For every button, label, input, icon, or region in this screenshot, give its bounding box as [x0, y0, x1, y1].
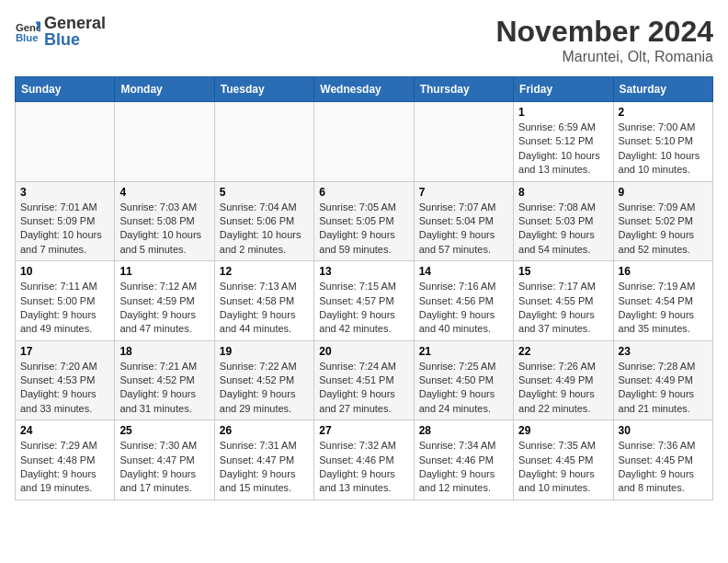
calendar-cell: 3Sunrise: 7:01 AMSunset: 5:09 PMDaylight…: [16, 181, 115, 261]
day-info: Sunrise: 7:09 AMSunset: 5:02 PMDaylight:…: [619, 201, 708, 258]
day-number: 17: [20, 345, 109, 358]
logo-blue-text: Blue: [44, 31, 106, 48]
day-number: 1: [518, 106, 608, 119]
calendar-week-5: 24Sunrise: 7:29 AMSunset: 4:48 PMDayligh…: [16, 420, 713, 500]
page-header: General Blue General Blue November 2024 …: [15, 15, 713, 65]
calendar-cell: 16Sunrise: 7:19 AMSunset: 4:54 PMDayligh…: [613, 261, 712, 341]
day-number: 5: [220, 186, 309, 199]
weekday-header-monday: Monday: [115, 77, 214, 102]
logo: General Blue General Blue: [15, 15, 106, 48]
day-info: Sunrise: 7:29 AMSunset: 4:48 PMDaylight:…: [20, 439, 109, 496]
day-info: Sunrise: 7:36 AMSunset: 4:45 PMDaylight:…: [619, 439, 708, 496]
calendar-cell: 27Sunrise: 7:32 AMSunset: 4:46 PMDayligh…: [314, 420, 414, 500]
calendar-cell: [16, 102, 115, 182]
day-number: 27: [319, 424, 408, 437]
calendar-cell: 18Sunrise: 7:21 AMSunset: 4:52 PMDayligh…: [115, 340, 214, 420]
day-number: 12: [220, 265, 309, 278]
calendar-cell: 10Sunrise: 7:11 AMSunset: 5:00 PMDayligh…: [16, 261, 115, 341]
day-info: Sunrise: 7:08 AMSunset: 5:03 PMDaylight:…: [518, 201, 608, 258]
day-info: Sunrise: 7:25 AMSunset: 4:50 PMDaylight:…: [419, 360, 508, 417]
weekday-header-tuesday: Tuesday: [214, 77, 313, 102]
day-info: Sunrise: 7:31 AMSunset: 4:47 PMDaylight:…: [220, 439, 309, 496]
day-info: Sunrise: 7:35 AMSunset: 4:45 PMDaylight:…: [518, 439, 608, 496]
day-info: Sunrise: 7:34 AMSunset: 4:46 PMDaylight:…: [419, 439, 508, 496]
calendar-cell: 22Sunrise: 7:26 AMSunset: 4:49 PMDayligh…: [514, 340, 613, 420]
calendar-cell: [314, 102, 414, 182]
day-number: 28: [419, 424, 508, 437]
day-number: 4: [119, 186, 209, 199]
day-number: 11: [119, 265, 209, 278]
day-number: 16: [619, 265, 708, 278]
calendar-week-2: 3Sunrise: 7:01 AMSunset: 5:09 PMDaylight…: [16, 181, 713, 261]
day-info: Sunrise: 7:21 AMSunset: 4:52 PMDaylight:…: [119, 360, 209, 417]
logo-general-text: General: [44, 15, 106, 31]
day-number: 26: [220, 424, 309, 437]
day-info: Sunrise: 7:15 AMSunset: 4:57 PMDaylight:…: [319, 280, 408, 337]
weekday-header-friday: Friday: [514, 77, 613, 102]
day-number: 30: [619, 424, 708, 437]
calendar-cell: 8Sunrise: 7:08 AMSunset: 5:03 PMDaylight…: [514, 181, 613, 261]
day-info: Sunrise: 7:16 AMSunset: 4:56 PMDaylight:…: [419, 280, 508, 337]
calendar-cell: 17Sunrise: 7:20 AMSunset: 4:53 PMDayligh…: [16, 340, 115, 420]
calendar-week-3: 10Sunrise: 7:11 AMSunset: 5:00 PMDayligh…: [16, 261, 713, 341]
day-info: Sunrise: 7:04 AMSunset: 5:06 PMDaylight:…: [220, 201, 309, 258]
weekday-header-row: SundayMondayTuesdayWednesdayThursdayFrid…: [16, 77, 713, 102]
calendar-week-4: 17Sunrise: 7:20 AMSunset: 4:53 PMDayligh…: [16, 340, 713, 420]
day-info: Sunrise: 7:19 AMSunset: 4:54 PMDaylight:…: [619, 280, 708, 337]
day-info: Sunrise: 7:05 AMSunset: 5:05 PMDaylight:…: [319, 201, 408, 258]
calendar-cell: 26Sunrise: 7:31 AMSunset: 4:47 PMDayligh…: [214, 420, 313, 500]
day-number: 8: [518, 186, 608, 199]
day-number: 6: [319, 186, 408, 199]
day-info: Sunrise: 7:00 AMSunset: 5:10 PMDaylight:…: [619, 121, 708, 178]
calendar-cell: [214, 102, 313, 182]
day-number: 21: [419, 345, 508, 358]
calendar-cell: 2Sunrise: 7:00 AMSunset: 5:10 PMDaylight…: [613, 102, 712, 182]
day-info: Sunrise: 7:01 AMSunset: 5:09 PMDaylight:…: [20, 201, 109, 258]
title-area: November 2024 Maruntei, Olt, Romania: [495, 15, 713, 65]
day-number: 25: [119, 424, 209, 437]
calendar-cell: 14Sunrise: 7:16 AMSunset: 4:56 PMDayligh…: [414, 261, 513, 341]
location-subtitle: Maruntei, Olt, Romania: [495, 49, 713, 65]
calendar-cell: 29Sunrise: 7:35 AMSunset: 4:45 PMDayligh…: [514, 420, 613, 500]
day-number: 15: [518, 265, 608, 278]
calendar-cell: [115, 102, 214, 182]
calendar-cell: [414, 102, 513, 182]
day-info: Sunrise: 7:17 AMSunset: 4:55 PMDaylight:…: [518, 280, 608, 337]
calendar-cell: 5Sunrise: 7:04 AMSunset: 5:06 PMDaylight…: [214, 181, 313, 261]
calendar-cell: 25Sunrise: 7:30 AMSunset: 4:47 PMDayligh…: [115, 420, 214, 500]
day-info: Sunrise: 7:07 AMSunset: 5:04 PMDaylight:…: [419, 201, 508, 258]
day-info: Sunrise: 7:32 AMSunset: 4:46 PMDaylight:…: [319, 439, 408, 496]
day-info: Sunrise: 7:24 AMSunset: 4:51 PMDaylight:…: [319, 360, 408, 417]
day-number: 3: [20, 186, 109, 199]
calendar-cell: 23Sunrise: 7:28 AMSunset: 4:49 PMDayligh…: [613, 340, 712, 420]
logo-icon: General Blue: [15, 18, 40, 44]
calendar-cell: 19Sunrise: 7:22 AMSunset: 4:52 PMDayligh…: [214, 340, 313, 420]
day-number: 14: [419, 265, 508, 278]
day-number: 10: [20, 265, 109, 278]
day-number: 7: [419, 186, 508, 199]
day-info: Sunrise: 6:59 AMSunset: 5:12 PMDaylight:…: [518, 121, 608, 178]
calendar-cell: 12Sunrise: 7:13 AMSunset: 4:58 PMDayligh…: [214, 261, 313, 341]
day-info: Sunrise: 7:12 AMSunset: 4:59 PMDaylight:…: [119, 280, 209, 337]
calendar-week-1: 1Sunrise: 6:59 AMSunset: 5:12 PMDaylight…: [16, 102, 713, 182]
day-info: Sunrise: 7:22 AMSunset: 4:52 PMDaylight:…: [220, 360, 309, 417]
day-info: Sunrise: 7:03 AMSunset: 5:08 PMDaylight:…: [119, 201, 209, 258]
day-number: 19: [220, 345, 309, 358]
calendar-cell: 6Sunrise: 7:05 AMSunset: 5:05 PMDaylight…: [314, 181, 414, 261]
calendar-table: SundayMondayTuesdayWednesdayThursdayFrid…: [15, 76, 713, 500]
calendar-cell: 11Sunrise: 7:12 AMSunset: 4:59 PMDayligh…: [115, 261, 214, 341]
calendar-cell: 7Sunrise: 7:07 AMSunset: 5:04 PMDaylight…: [414, 181, 513, 261]
svg-text:Blue: Blue: [16, 32, 39, 43]
day-number: 18: [119, 345, 209, 358]
day-number: 9: [619, 186, 708, 199]
day-number: 13: [319, 265, 408, 278]
day-number: 2: [619, 106, 708, 119]
calendar-cell: 4Sunrise: 7:03 AMSunset: 5:08 PMDaylight…: [115, 181, 214, 261]
day-info: Sunrise: 7:28 AMSunset: 4:49 PMDaylight:…: [619, 360, 708, 417]
weekday-header-sunday: Sunday: [16, 77, 115, 102]
calendar-cell: 13Sunrise: 7:15 AMSunset: 4:57 PMDayligh…: [314, 261, 414, 341]
calendar-cell: 28Sunrise: 7:34 AMSunset: 4:46 PMDayligh…: [414, 420, 513, 500]
day-info: Sunrise: 7:30 AMSunset: 4:47 PMDaylight:…: [119, 439, 209, 496]
calendar-cell: 15Sunrise: 7:17 AMSunset: 4:55 PMDayligh…: [514, 261, 613, 341]
calendar-cell: 24Sunrise: 7:29 AMSunset: 4:48 PMDayligh…: [16, 420, 115, 500]
